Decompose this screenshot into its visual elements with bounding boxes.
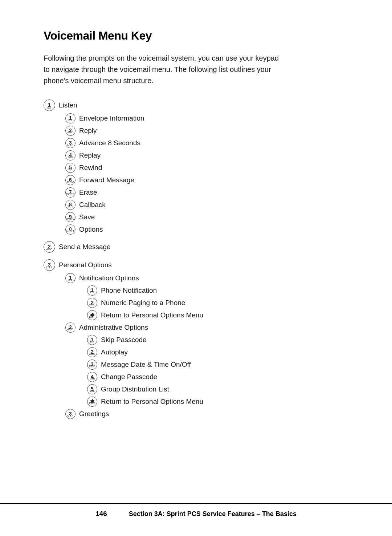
key-1-notification-icon: 1 ES	[65, 273, 75, 283]
menu-label-reply: Reply	[79, 126, 97, 136]
menu-label-return2: Return to Personal Options Menu	[101, 397, 203, 407]
key-1-icon: 1 ES	[44, 100, 55, 111]
list-item: 1 ES Notification Options	[65, 273, 348, 283]
menu-label-callback: Callback	[79, 200, 106, 210]
key-1-envelope-icon: 1 ES	[65, 113, 75, 123]
list-item: 8 TUV Callback	[65, 200, 348, 210]
key-2-autoplay-icon: 2 ABC	[87, 347, 97, 357]
key-2-numeric-paging-icon: 2 ABC	[87, 298, 97, 308]
list-item: 2 ABC Autoplay	[87, 347, 348, 357]
menu-list: 1 ES Listen 1 ES Envelope Information 2 …	[44, 100, 348, 419]
menu-item-personal: 3 DEF Personal Options	[44, 259, 348, 271]
key-1-phone-notif-icon: 1 ES	[87, 285, 97, 296]
list-item: 2 ABC Numeric Paging to a Phone	[87, 298, 348, 308]
menu-label-autoplay: Autoplay	[101, 348, 128, 357]
list-item: 5 JKL Group Distribution List	[87, 384, 348, 394]
list-item: 2 ABC Reply	[65, 126, 348, 136]
menu-item-listen: 1 ES Listen	[44, 100, 348, 111]
menu-label-numeric-paging: Numeric Paging to a Phone	[101, 298, 185, 308]
menu-label-change-passcode: Change Passcode	[101, 372, 157, 382]
list-item: 4 GHI Change Passcode	[87, 372, 348, 382]
list-item: 7 PORS Erase	[65, 187, 348, 198]
menu-label-replay: Replay	[79, 151, 101, 161]
list-item: 1 ES Phone Notification	[87, 285, 348, 296]
menu-label-send: Send a Message	[59, 242, 111, 252]
key-star-return2-icon: ✱ DEF	[87, 397, 97, 407]
list-item: 5 JKL Rewind	[65, 163, 348, 173]
list-item: 2 ABC Administrative Options	[65, 322, 348, 333]
menu-label-personal: Personal Options	[59, 260, 112, 270]
menu-label-rewind: Rewind	[79, 163, 102, 173]
key-5-rewind-icon: 5 JKL	[65, 163, 75, 173]
list-item: 3 DEF Greetings	[65, 409, 348, 419]
list-item: ✱ DEF Return to Personal Options Menu	[87, 397, 348, 407]
menu-item-send: 2 ABC Send a Message	[44, 241, 348, 253]
menu-label-forward: Forward Message	[79, 175, 134, 185]
menu-label-admin: Administrative Options	[79, 323, 148, 333]
key-7-erase-icon: 7 PORS	[65, 187, 75, 198]
menu-label-greetings: Greetings	[79, 409, 109, 419]
list-item: 1 ES Envelope Information	[65, 113, 348, 123]
key-3-message-date-icon: 3 DEF	[87, 360, 97, 370]
key-4-change-passcode-icon: 4 GHI	[87, 372, 97, 382]
footer-page-number: 146	[95, 510, 107, 518]
key-0-options-icon: 0 NEXT	[65, 224, 75, 235]
list-item: 0 NEXT Options	[65, 224, 348, 235]
intro-paragraph: Following the prompts on the voicemail s…	[44, 53, 283, 86]
menu-label-envelope: Envelope Information	[79, 114, 144, 123]
menu-label-phone-notif: Phone Notification	[101, 286, 157, 296]
list-item: 1 ES Skip Passcode	[87, 335, 348, 345]
menu-label-options: Options	[79, 225, 103, 235]
key-2-send-icon: 2 ABC	[44, 241, 55, 253]
key-4-replay-icon: 4 GHI	[65, 150, 75, 161]
list-item: 6 MNO Forward Message	[65, 175, 348, 185]
menu-label-save: Save	[79, 212, 95, 222]
menu-label-message-date: Message Date & Time On/Off	[101, 360, 191, 370]
key-9-save-icon: 9 WXYZ	[65, 212, 75, 222]
key-5-group-dist-icon: 5 JKL	[87, 384, 97, 394]
footer-section-text: Section 3A: Sprint PCS Service Features …	[129, 510, 297, 518]
list-item: 3 DEF Advance 8 Seconds	[65, 138, 348, 148]
menu-label-group-dist: Group Distribution List	[101, 385, 169, 394]
key-3-greetings-icon: 3 DEF	[65, 409, 75, 419]
key-3-advance-icon: 3 DEF	[65, 138, 75, 148]
menu-label-advance: Advance 8 Seconds	[79, 138, 140, 148]
key-8-callback-icon: 8 TUV	[65, 200, 75, 210]
page-title: Voicemail Menu Key	[44, 29, 348, 42]
page: Voicemail Menu Key Following the prompts…	[0, 0, 392, 536]
list-item: 9 WXYZ Save	[65, 212, 348, 222]
key-2-admin-icon: 2 ABC	[65, 322, 75, 333]
key-2-reply-icon: 2 ABC	[65, 126, 75, 136]
footer: 146 Section 3A: Sprint PCS Service Featu…	[0, 503, 392, 518]
menu-label-skip-passcode: Skip Passcode	[101, 335, 147, 345]
menu-label-erase: Erase	[79, 188, 97, 198]
menu-label-notification: Notification Options	[79, 273, 139, 283]
list-item: ✱ DEF Return to Personal Options Menu	[87, 310, 348, 320]
list-item: 3 DEF Message Date & Time On/Off	[87, 360, 348, 370]
key-star-return1-icon: ✱ DEF	[87, 310, 97, 320]
menu-label-listen: Listen	[59, 101, 77, 110]
menu-label-return1: Return to Personal Options Menu	[101, 310, 203, 320]
key-6-forward-icon: 6 MNO	[65, 175, 75, 185]
list-item: 4 GHI Replay	[65, 150, 348, 161]
key-1-skip-passcode-icon: 1 ES	[87, 335, 97, 345]
key-3-personal-icon: 3 DEF	[44, 259, 55, 271]
